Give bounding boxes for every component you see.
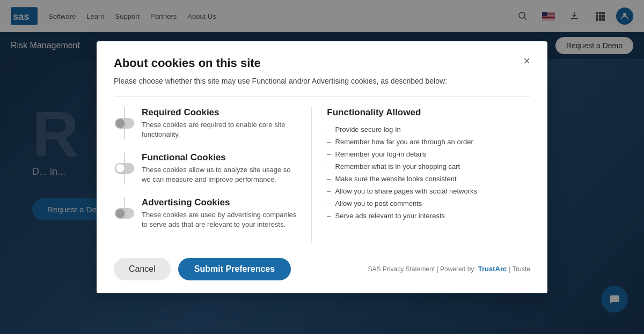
advertising-cookies-title: Advertising Cookies: [142, 197, 298, 208]
functionality-list: Provide secure log-in Remember how far y…: [327, 125, 530, 219]
required-cookies-content: Required Cookies These cookies are requi…: [142, 107, 298, 139]
functionality-title: Functionality Allowed: [327, 107, 530, 117]
toggle-line-bottom: [125, 128, 125, 139]
toggle-line-top-2: [125, 152, 125, 163]
modal-header: About cookies on this site ×: [114, 56, 530, 70]
cookie-options-panel: Required Cookies These cookies are requi…: [114, 107, 312, 242]
functionality-item-6: Allow you to share pages with social net…: [327, 187, 530, 195]
functional-cookies-desc: These cookies allow us to analyze site u…: [142, 165, 298, 184]
toggle-line-top-3: [125, 197, 125, 208]
functionality-item-4: Remember what is in your shopping cart: [327, 162, 530, 170]
modal-title: About cookies on this site: [114, 56, 261, 70]
modal-footer: Cancel Submit Preferences SAS Privacy St…: [114, 258, 530, 280]
submit-preferences-button[interactable]: Submit Preferences: [178, 258, 291, 280]
modal-body: Required Cookies These cookies are requi…: [114, 107, 530, 242]
modal-subtitle: Please choose whether this site may use …: [114, 76, 530, 85]
footer-trust: SAS Privacy Statement | Powered by: Trus…: [368, 265, 530, 273]
toggle-line-bottom-2: [125, 174, 125, 184]
advertising-cookies-content: Advertising Cookies These cookies are us…: [142, 197, 298, 229]
cancel-button[interactable]: Cancel: [114, 258, 171, 280]
functionality-item-2: Remember how far you are through an orde…: [327, 137, 530, 145]
functional-cookies-title: Functional Cookies: [142, 152, 298, 163]
required-toggle[interactable]: [115, 117, 134, 128]
advertising-toggle-thumb: [116, 209, 125, 218]
footer-buttons: Cancel Submit Preferences: [114, 258, 291, 280]
functional-toggle-thumb: [116, 164, 125, 173]
required-cookies-title: Required Cookies: [142, 107, 298, 117]
required-toggle-container: [114, 107, 135, 139]
cookie-modal: About cookies on this site × Please choo…: [97, 41, 547, 293]
functional-cookies-content: Functional Cookies These cookies allow u…: [142, 152, 298, 184]
toggle-line-top: [125, 107, 125, 117]
required-toggle-thumb: [116, 118, 125, 127]
functional-toggle[interactable]: [115, 163, 134, 174]
advertising-cookies-desc: These cookies are used by advertising co…: [142, 210, 298, 229]
functionality-item-8: Serve ads relevant to your interests: [327, 211, 530, 219]
advertising-toggle[interactable]: [115, 208, 134, 219]
functionality-panel: Functionality Allowed Provide secure log…: [312, 107, 530, 242]
required-cookies-desc: These cookies are required to enable cor…: [142, 120, 298, 139]
functionality-item-1: Provide secure log-in: [327, 125, 530, 133]
functional-toggle-container: [114, 152, 135, 184]
modal-divider: [114, 95, 530, 96]
required-cookies-option: Required Cookies These cookies are requi…: [114, 107, 298, 139]
modal-close-button[interactable]: ×: [523, 55, 530, 66]
trustarc-label[interactable]: TrustArc: [478, 265, 507, 273]
functionality-item-7: Allow you to post comments: [327, 199, 530, 207]
advertising-toggle-container: [114, 197, 135, 229]
functional-cookies-option: Functional Cookies These cookies allow u…: [114, 152, 298, 184]
privacy-text: SAS Privacy Statement | Powered by:: [368, 265, 476, 273]
truste-label[interactable]: | Truste: [509, 265, 530, 273]
functionality-item-5: Make sure the website looks consistent: [327, 174, 530, 182]
functionality-item-3: Remember your log-in details: [327, 150, 530, 158]
advertising-cookies-option: Advertising Cookies These cookies are us…: [114, 197, 298, 229]
